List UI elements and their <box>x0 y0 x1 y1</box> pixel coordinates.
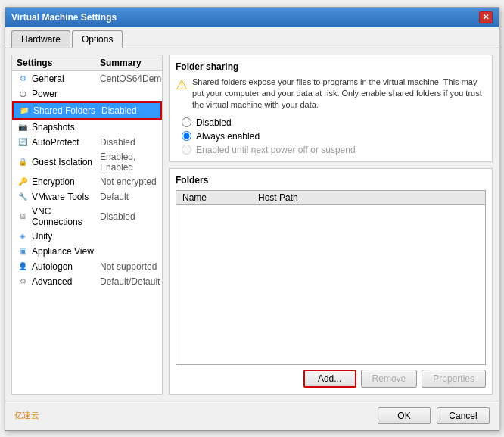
autoprotect-summary: Disabled <box>100 137 157 148</box>
remove-button[interactable]: Remove <box>361 370 418 388</box>
until-poweroff-radio[interactable] <box>182 145 191 155</box>
appliance-view-label: Appliance View <box>32 246 100 257</box>
tab-hardware[interactable]: Hardware <box>11 30 70 48</box>
folders-buttons: Add... Remove Properties <box>176 370 486 388</box>
power-label: Power <box>32 89 100 99</box>
autoprotect-label: AutoProtect <box>32 137 100 148</box>
sharing-options: Disabled Always enabled Enabled until ne… <box>176 117 486 155</box>
settings-item-autoprotect[interactable]: 🔄 AutoProtect Disabled <box>12 135 162 150</box>
guest-isolation-icon: 🔒 <box>17 156 29 168</box>
folders-table: Name Host Path <box>176 190 486 365</box>
advanced-summary: Default/Default <box>100 276 160 287</box>
cancel-button[interactable]: Cancel <box>437 407 490 424</box>
always-enabled-radio[interactable] <box>182 131 191 141</box>
settings-column-header: Settings <box>17 58 100 68</box>
until-poweroff-label: Enabled until next power off or suspend <box>196 145 356 155</box>
column-name: Name <box>182 192 258 203</box>
warning-icon: ⚠ <box>176 76 188 111</box>
until-poweroff-option[interactable]: Enabled until next power off or suspend <box>182 145 486 155</box>
title-bar-controls: ✕ <box>479 11 493 23</box>
list-header: Settings Summary <box>12 55 162 71</box>
vnc-connections-label: VNC Connections <box>32 206 100 227</box>
vnc-connections-icon: 🖥 <box>17 211 29 223</box>
close-button[interactable]: ✕ <box>479 11 493 23</box>
snapshots-label: Snapshots <box>32 122 100 133</box>
unity-label: Unity <box>32 231 100 242</box>
always-enabled-option[interactable]: Always enabled <box>182 131 486 142</box>
shared-folders-summary: Disabled <box>101 105 156 116</box>
general-icon: ⚙ <box>17 73 29 85</box>
encryption-summary: Not encrypted <box>100 176 157 187</box>
properties-button[interactable]: Properties <box>422 370 486 388</box>
encryption-label: Encryption <box>32 176 100 187</box>
advanced-icon: ⚙ <box>17 276 29 288</box>
settings-item-snapshots[interactable]: 📷 Snapshots <box>12 120 162 135</box>
autoprotect-icon: 🔄 <box>17 136 29 148</box>
shared-folders-icon: 📁 <box>18 105 30 117</box>
warning-text: Shared folders expose your files to prog… <box>192 76 486 111</box>
general-label: General <box>32 73 100 84</box>
settings-item-autologon[interactable]: 👤 Autologon Not supported <box>12 259 162 274</box>
settings-list: Settings Summary ⚙ General CentOS64Demo … <box>11 55 163 395</box>
vmware-tools-label: VMware Tools <box>32 192 100 202</box>
autologon-icon: 👤 <box>17 261 29 273</box>
vmware-tools-summary: Default <box>100 192 157 202</box>
settings-item-vmware-tools[interactable]: 🔧 VMware Tools Default <box>12 189 162 204</box>
settings-item-advanced[interactable]: ⚙ Advanced Default/Default <box>12 274 162 289</box>
settings-item-vnc-connections[interactable]: 🖥 VNC Connections Disabled <box>12 204 162 229</box>
settings-item-power[interactable]: ⏻ Power <box>12 86 162 101</box>
disabled-option[interactable]: Disabled <box>182 117 486 128</box>
autologon-label: Autologon <box>32 261 100 272</box>
bottom-bar: 亿速云 OK Cancel <box>5 401 499 430</box>
settings-item-encryption[interactable]: 🔑 Encryption Not encrypted <box>12 174 162 189</box>
folders-section: Folders Name Host Path Add... Remove Pro… <box>169 168 493 395</box>
settings-item-unity[interactable]: ◈ Unity <box>12 229 162 244</box>
folders-table-header: Name Host Path <box>176 191 485 205</box>
settings-item-appliance-view[interactable]: ▣ Appliance View <box>12 244 162 259</box>
tabs-bar: Hardware Options <box>5 27 499 48</box>
folder-sharing-title: Folder sharing <box>176 61 486 72</box>
virtual-machine-settings-window: Virtual Machine Settings ✕ Hardware Opti… <box>5 7 499 431</box>
unity-icon: ◈ <box>17 230 29 242</box>
vmware-tools-icon: 🔧 <box>17 191 29 203</box>
autologon-summary: Not supported <box>100 261 157 272</box>
encryption-icon: 🔑 <box>17 176 29 188</box>
guest-isolation-summary: Enabled, Enabled <box>100 151 157 173</box>
main-content: Settings Summary ⚙ General CentOS64Demo … <box>5 48 499 401</box>
disabled-radio[interactable] <box>182 117 191 127</box>
always-enabled-label: Always enabled <box>196 131 260 142</box>
ok-button[interactable]: OK <box>378 407 431 424</box>
right-panel: Folder sharing ⚠ Shared folders expose y… <box>169 55 493 395</box>
warning-area: ⚠ Shared folders expose your files to pr… <box>176 76 486 111</box>
column-host-path: Host Path <box>258 192 479 203</box>
settings-item-guest-isolation[interactable]: 🔒 Guest Isolation Enabled, Enabled <box>12 150 162 174</box>
power-icon: ⏻ <box>17 88 29 100</box>
vnc-connections-summary: Disabled <box>100 211 157 222</box>
advanced-label: Advanced <box>32 276 100 287</box>
appliance-view-icon: ▣ <box>17 245 29 258</box>
add-button[interactable]: Add... <box>303 370 356 388</box>
summary-column-header: Summary <box>100 58 157 68</box>
folders-table-body <box>176 205 485 319</box>
watermark: 亿速云 <box>14 410 39 421</box>
general-summary: CentOS64Demo <box>100 73 163 84</box>
disabled-label: Disabled <box>196 117 232 128</box>
guest-isolation-label: Guest Isolation <box>32 157 100 167</box>
tab-options[interactable]: Options <box>72 30 123 48</box>
title-bar: Virtual Machine Settings ✕ <box>5 8 499 27</box>
settings-item-general[interactable]: ⚙ General CentOS64Demo <box>12 71 162 86</box>
window-title: Virtual Machine Settings <box>11 12 117 23</box>
folders-title: Folders <box>176 175 486 186</box>
shared-folders-label: Shared Folders <box>33 105 101 116</box>
folder-sharing-section: Folder sharing ⚠ Shared folders expose y… <box>169 55 493 162</box>
settings-item-shared-folders[interactable]: 📁 Shared Folders Disabled <box>12 101 162 120</box>
snapshots-icon: 📷 <box>17 121 29 133</box>
